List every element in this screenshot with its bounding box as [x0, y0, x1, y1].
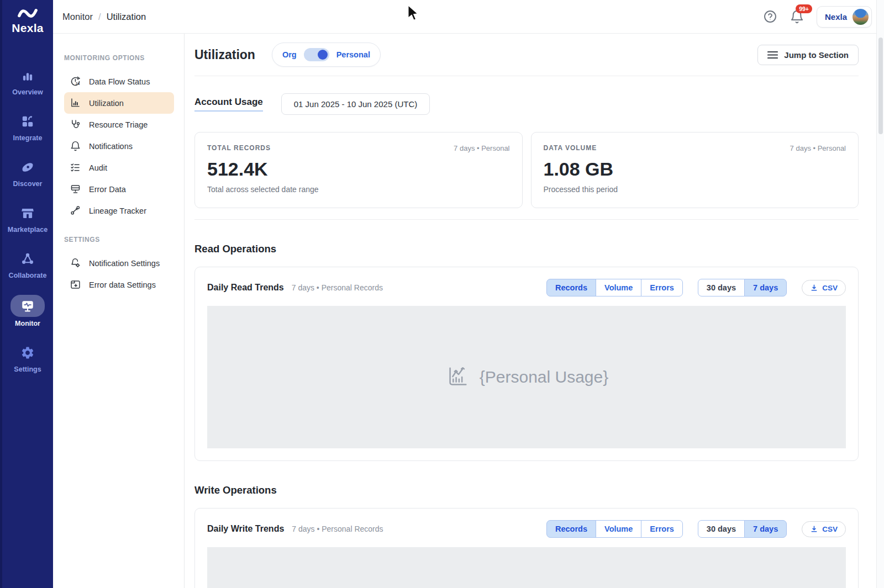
csv-download-button[interactable]: CSV: [802, 521, 846, 537]
chart-placeholder-icon: [445, 364, 470, 390]
sidebar-item-label: Notifications: [89, 142, 133, 151]
hamburger-icon: [767, 51, 778, 59]
tab-errors[interactable]: Errors: [641, 279, 683, 296]
rail-item-label: Integrate: [13, 134, 43, 142]
trend-card-title: Daily Read Trends: [207, 283, 284, 293]
sidebar-item-error-data[interactable]: Error Data: [64, 178, 174, 200]
toggle-switch[interactable]: [304, 48, 329, 61]
account-menu-button[interactable]: Nexla: [817, 6, 872, 28]
bell-icon: [70, 140, 81, 152]
tab-errors[interactable]: Errors: [641, 520, 683, 538]
daily-read-trends-card: Daily Read Trends 7 days • Personal Reco…: [194, 267, 859, 461]
write-chart-placeholder: [207, 547, 846, 588]
stat-value: 1.08 GB: [544, 158, 846, 180]
stethoscope-icon: [70, 119, 81, 130]
collaborate-network-icon: [20, 252, 35, 266]
breadcrumb-parent[interactable]: Monitor: [62, 12, 93, 22]
tab-7-days[interactable]: 7 days: [744, 520, 787, 538]
rail-nav: Overview Integrate Discover: [2, 66, 53, 373]
tab-volume[interactable]: Volume: [596, 520, 641, 538]
topbar: Monitor / Utilization 99: [53, 0, 884, 34]
tab-30-days[interactable]: 30 days: [698, 279, 745, 296]
rail-item-discover[interactable]: Discover: [2, 157, 53, 188]
sidebar-item-resource-triage[interactable]: Resource Triage: [64, 114, 174, 135]
compass-icon: [20, 160, 35, 174]
download-icon: [810, 525, 818, 533]
stat-label: DATA VOLUME: [544, 144, 597, 152]
total-records-card: TOTAL RECORDS 7 days • Personal 512.4K T…: [194, 132, 523, 208]
monitor-sidebar: MONITORING OPTIONS 24 Data Flow Status: [53, 34, 185, 588]
sidebar-item-notifications[interactable]: Notifications: [64, 135, 174, 157]
trend-card-header: Daily Write Trends 7 days • Personal Rec…: [207, 520, 846, 538]
page-scrollbar[interactable]: [876, 0, 884, 588]
sidebar-section-title: SETTINGS: [64, 236, 184, 243]
rail-item-label: Discover: [13, 180, 43, 188]
notifications-button[interactable]: 99+: [790, 9, 804, 24]
range-tab-group: 30 days 7 days: [698, 279, 787, 296]
sidebar-item-label: Lineage Tracker: [89, 206, 146, 215]
range-tab-group: 30 days 7 days: [698, 520, 787, 538]
csv-download-button[interactable]: CSV: [802, 280, 846, 296]
breadcrumb-separator: /: [98, 12, 101, 22]
tab-7-days[interactable]: 7 days: [744, 279, 787, 296]
jump-to-section-label: Jump to Section: [784, 50, 849, 60]
breadcrumb: Monitor / Utilization: [62, 12, 146, 22]
nexla-logo[interactable]: Nexla: [12, 5, 44, 35]
toggle-personal-label[interactable]: Personal: [336, 50, 370, 59]
avatar: [853, 9, 869, 25]
org-personal-toggle[interactable]: Org Personal: [272, 43, 381, 67]
sidebar-item-utilization[interactable]: Utilization: [64, 92, 174, 114]
write-operations-title: Write Operations: [194, 484, 859, 496]
placeholder-text: {Personal Usage}: [480, 368, 609, 386]
sidebar-item-lineage-tracker[interactable]: Lineage Tracker: [64, 200, 174, 221]
sidebar-item-notification-settings[interactable]: Notification Settings: [64, 252, 174, 274]
sidebar-item-label: Utilization: [89, 99, 124, 108]
jump-to-section-button[interactable]: Jump to Section: [757, 45, 859, 65]
clock-24-icon: 24: [70, 76, 81, 87]
toggle-org-label[interactable]: Org: [282, 50, 297, 59]
tab-30-days[interactable]: 30 days: [698, 520, 745, 538]
help-icon: [763, 9, 777, 24]
rail-item-monitor[interactable]: Monitor: [2, 295, 53, 327]
stat-value: 512.4K: [207, 158, 510, 180]
monitoring-options-list: 24 Data Flow Status Utilization: [64, 71, 184, 221]
svg-text:24: 24: [76, 82, 80, 86]
sidebar-item-label: Data Flow Status: [89, 77, 150, 86]
account-usage-header: Account Usage 01 Jun 2025 - 10 Jun 2025 …: [194, 93, 859, 115]
app-window: Nexla Overview Integrate: [0, 0, 884, 588]
help-button[interactable]: [763, 9, 777, 24]
rail-item-label: Marketplace: [8, 226, 48, 234]
sidebar-item-data-flow-status[interactable]: 24 Data Flow Status: [64, 71, 174, 92]
csv-label: CSV: [822, 284, 838, 292]
scrollbar-thumb[interactable]: [878, 38, 883, 134]
tab-records[interactable]: Records: [546, 520, 596, 538]
server-display-icon: [70, 183, 81, 195]
account-usage-title[interactable]: Account Usage: [194, 97, 263, 112]
tab-records[interactable]: Records: [546, 279, 596, 296]
brand-name: Nexla: [12, 22, 44, 35]
download-icon: [810, 284, 818, 292]
rail-item-collaborate[interactable]: Collaborate: [2, 249, 53, 279]
daily-write-trends-card: Daily Write Trends 7 days • Personal Rec…: [194, 508, 859, 588]
folder-download-icon: [70, 279, 81, 290]
sidebar-item-audit[interactable]: Audit: [64, 157, 174, 178]
stat-cards: TOTAL RECORDS 7 days • Personal 512.4K T…: [194, 132, 859, 208]
nexla-logo-icon: [15, 5, 40, 19]
rail-item-integrate[interactable]: Integrate: [2, 112, 53, 142]
sidebar-item-error-data-settings[interactable]: Error data Settings: [64, 274, 174, 295]
rail-item-settings[interactable]: Settings: [2, 343, 53, 373]
date-range-button[interactable]: 01 Jun 2025 - 10 Jun 2025 (UTC): [281, 93, 430, 115]
tab-volume[interactable]: Volume: [596, 279, 641, 296]
rail-item-overview[interactable]: Overview: [2, 66, 53, 96]
sidebar-item-label: Audit: [89, 163, 107, 172]
trend-card-meta: 7 days • Personal Records: [292, 283, 383, 292]
trend-card-header: Daily Read Trends 7 days • Personal Reco…: [207, 279, 846, 296]
read-operations-title: Read Operations: [194, 243, 859, 255]
rail-item-label: Monitor: [15, 320, 40, 327]
sidebar-item-label: Resource Triage: [89, 120, 148, 129]
stat-subtext: Processed this period: [544, 185, 846, 194]
rail-item-marketplace[interactable]: Marketplace: [2, 203, 53, 234]
sidebar-item-label: Error data Settings: [89, 280, 156, 289]
metric-tab-group: Records Volume Errors: [546, 279, 683, 296]
sidebar-item-label: Error Data: [89, 185, 126, 194]
